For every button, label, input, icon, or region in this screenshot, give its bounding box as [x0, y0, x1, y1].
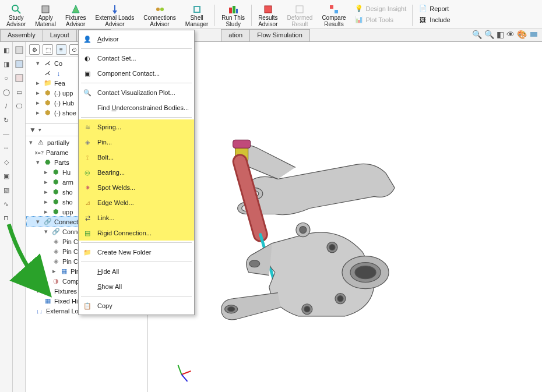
iso2-icon[interactable] [15, 59, 24, 69]
ctx-pin[interactable]: ◈Pin... [79, 135, 194, 150]
ctx-spot-welds[interactable]: ✷Spot Welds... [79, 180, 194, 195]
appearance-icon[interactable]: 🎨 [517, 30, 527, 39]
annotation-arrow [3, 221, 55, 303]
sphere-icon[interactable]: ○ [2, 73, 11, 83]
plot-tools-button[interactable]: 📊 Plot Tools [354, 15, 408, 24]
spring-icon: ≋ [82, 122, 93, 132]
ctx-rigid-connection[interactable]: ▤Rigid Connection... [79, 225, 194, 241]
ctx-hide-all[interactable]: Hide All [79, 264, 194, 279]
ctx-new-folder[interactable]: 📁Create New Folder [79, 245, 194, 260]
iso3-icon[interactable] [15, 73, 24, 83]
ribbon-label: Shell Manager [185, 15, 208, 27]
ctx-link[interactable]: ⇄Link... [79, 210, 194, 225]
results-advisor-button[interactable]: Results Advisor [254, 2, 281, 29]
view-icon[interactable]: 👁 [506, 30, 515, 39]
compass-icon: ⋌ [43, 69, 52, 77]
link-icon: ⇄ [82, 213, 93, 223]
apply-material-button[interactable]: Apply Material [31, 2, 60, 29]
bolt-icon: ⟟ [82, 152, 93, 163]
tab-layout[interactable]: Layout [43, 29, 77, 41]
solid-icon: ⬢ [51, 197, 60, 206]
solid-icon: ⬢ [51, 168, 60, 176]
svg-rect-2 [42, 6, 49, 13]
section-icon[interactable]: ◧ [497, 30, 504, 39]
ribbon-label: Run This Study [221, 15, 245, 27]
tree-tab-config[interactable]: ⚙ [29, 44, 40, 55]
tab-assembly[interactable]: Assembly [0, 29, 43, 41]
diamond-icon[interactable]: ◇ [2, 157, 11, 167]
results-icon [262, 4, 274, 15]
svg-rect-11 [236, 9, 238, 13]
ctx-edge-weld[interactable]: ⊿Edge Weld... [79, 195, 194, 210]
cube-icon[interactable]: ◧ [2, 45, 11, 55]
svg-point-35 [304, 306, 310, 312]
iso-icon[interactable] [15, 45, 24, 55]
svg-rect-25 [233, 140, 251, 148]
svg-rect-19 [16, 75, 23, 82]
group-icon: ▦ [59, 267, 68, 276]
dash-icon[interactable]: ┄ [2, 143, 11, 153]
ctx-bearing[interactable]: ◎Bearing... [79, 165, 194, 180]
tab-simulation[interactable]: ation [221, 29, 250, 41]
report-button[interactable]: 📄 Report [417, 3, 451, 13]
monitor-icon[interactable]: 🖵 [15, 101, 24, 111]
ctx-contact-visualization[interactable]: 🔍Contact Visualization Plot... [79, 85, 194, 100]
ribbon-toolbar: Study Advisor Apply Material Fixtures Ad… [0, 0, 542, 29]
material-icon [40, 4, 51, 15]
comp-icon[interactable]: ▣ [2, 171, 11, 181]
arrow-icon: ↓ [54, 69, 63, 77]
tab-flow-simulation[interactable]: Flow Simulation [249, 29, 310, 41]
tree-tab-display[interactable]: ⬚ [43, 44, 53, 55]
viz-icon: 🔍 [82, 87, 93, 98]
connections-context-menu: 👤Advisor ◐Contact Set... ▣Component Cont… [78, 30, 195, 315]
line-icon[interactable]: / [2, 101, 11, 111]
param-icon: x=? [35, 148, 44, 157]
folder-icon: 📁 [82, 247, 93, 257]
circle-icon[interactable]: ◯ [2, 87, 11, 97]
ctx-bolt[interactable]: ⟟Bolt... [79, 150, 194, 165]
zoom-icon[interactable]: 🔍 [472, 30, 482, 39]
ribbon-label: Study Advisor [6, 15, 26, 27]
select-icon[interactable]: ▭ [15, 87, 24, 97]
shell-manager-button[interactable]: Shell Manager [181, 2, 212, 29]
part-icon: ⬢ [43, 89, 52, 97]
ctx-spring[interactable]: ≋Spring... [79, 119, 194, 135]
svg-rect-13 [296, 6, 303, 13]
svg-point-29 [355, 266, 376, 279]
compass-icon: ⋌ [43, 59, 52, 68]
ctx-advisor[interactable]: 👤Advisor [79, 31, 194, 47]
model-view [148, 42, 542, 392]
image-icon: 🖼 [418, 15, 427, 24]
tree-tab-feature[interactable]: ≡ [56, 44, 66, 55]
display-icon[interactable] [529, 30, 539, 39]
ctx-find-underconstrained[interactable]: Find Underconstrained Bodies... [79, 100, 194, 115]
loop-icon[interactable]: ↻ [2, 115, 11, 125]
deformed-result-button[interactable]: Deformed Result [283, 2, 316, 29]
zoom-fit-icon[interactable]: 🔍 [484, 30, 494, 39]
ctx-contact-set[interactable]: ◐Contact Set... [79, 51, 194, 66]
ctx-copy[interactable]: 📋Copy [79, 298, 194, 313]
curve-icon[interactable]: ∿ [2, 199, 11, 209]
part-icon: ⬢ [43, 98, 52, 107]
connections-advisor-button[interactable]: Connections Advisor [139, 2, 180, 29]
svg-rect-16 [530, 32, 537, 37]
design-insight-button[interactable]: 💡 Design Insight [354, 3, 408, 13]
ctx-show-all[interactable]: Show All [79, 279, 194, 294]
graphics-viewport[interactable] [148, 42, 542, 392]
svg-line-42 [178, 365, 182, 375]
ctx-component-contact[interactable]: ▣Component Contact... [79, 66, 194, 81]
include-image-button[interactable]: 🖼 Include [417, 15, 451, 24]
ribbon-label: Deformed Result [287, 15, 312, 27]
svg-marker-5 [112, 10, 117, 14]
external-loads-button[interactable]: External Loads Advisor [91, 2, 139, 29]
svg-rect-15 [335, 10, 338, 13]
study-advisor-button[interactable]: Study Advisor [2, 2, 30, 29]
magnifier-icon [10, 4, 22, 15]
hline-icon[interactable]: — [2, 129, 11, 139]
cube3-icon[interactable]: ▧ [2, 185, 11, 195]
cube2-icon[interactable]: ◨ [2, 59, 11, 69]
run-study-button[interactable]: Run This Study [217, 2, 249, 29]
fixtures-advisor-button[interactable]: Fixtures Advisor [61, 2, 90, 29]
svg-rect-18 [16, 61, 23, 68]
compare-results-button[interactable]: Compare Results [318, 2, 350, 29]
